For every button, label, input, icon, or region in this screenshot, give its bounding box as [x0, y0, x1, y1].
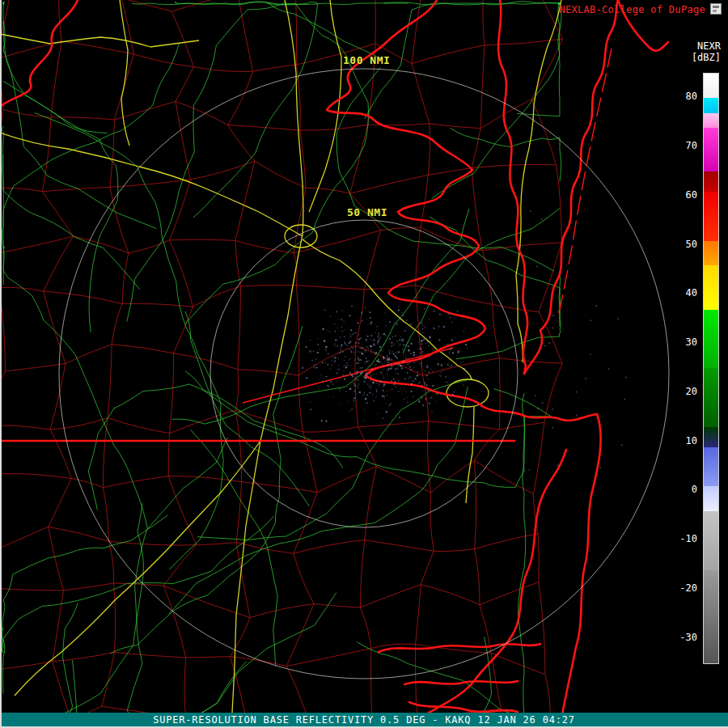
colorbar-tick: 80 — [649, 91, 697, 102]
colorbar-units: [dBZ] — [692, 52, 721, 63]
colorbar-tick: 30 — [649, 336, 697, 348]
colorbar-tick: -30 — [649, 632, 697, 643]
colorbar-tick: 70 — [649, 140, 697, 151]
colorbar-title: NEXR — [692, 40, 721, 52]
colorbar-tick: 20 — [649, 386, 697, 397]
radar-map — [0, 0, 728, 728]
range-ring-label-50nmi: 50 NMI — [347, 206, 387, 218]
colorbar-tick: 10 — [649, 435, 697, 447]
status-text: SUPER-RESOLUTION BASE REFLECTIVITY 0.5 D… — [153, 714, 575, 726]
brand-text: NEXLAB-College of DuPage — [559, 4, 705, 15]
colorbar-tick: 60 — [649, 189, 697, 201]
left-edge-line — [0, 0, 2, 728]
cod-logo-icon — [710, 3, 722, 15]
colorbar-tick: -20 — [649, 582, 697, 594]
colorbar-title-block: NEXR [dBZ] — [692, 40, 721, 63]
reflectivity-colorbar — [703, 73, 719, 664]
range-ring-label-100nmi: 100 NMI — [343, 54, 390, 66]
colorbar-tick: 50 — [649, 239, 697, 250]
colorbar-tick: -10 — [649, 533, 697, 544]
colorbar-tick: 40 — [649, 287, 697, 298]
colorbar-tick: 0 — [649, 484, 697, 495]
status-bar: SUPER-RESOLUTION BASE REFLECTIVITY 0.5 D… — [0, 713, 728, 726]
radar-screen: 100 NMI 50 NMI NEXLAB-College of DuPage … — [0, 0, 728, 728]
